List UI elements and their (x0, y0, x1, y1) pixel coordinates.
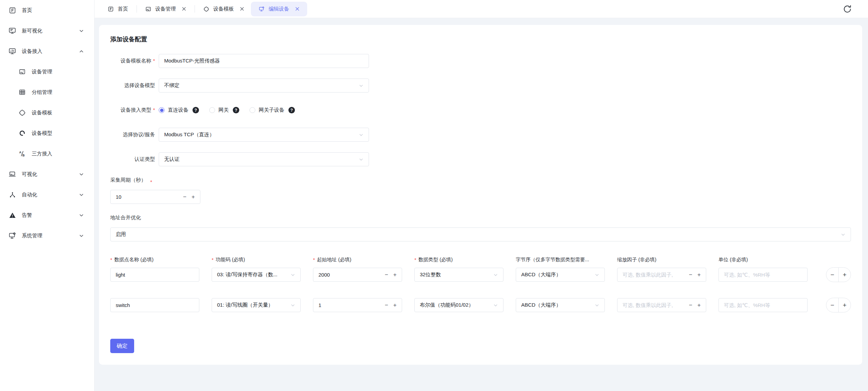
number-stepper: −+ (181, 194, 195, 200)
select-value: 32位整数 (420, 271, 441, 278)
radio-gateway-sub-device[interactable]: 网关子设备 ? (250, 107, 295, 113)
add-row-button[interactable]: + (838, 298, 851, 312)
header-data-type: *数据类型 (必填) (414, 256, 503, 263)
close-icon[interactable] (295, 7, 299, 11)
remove-row-button[interactable]: − (826, 267, 839, 282)
sidebar: 首页 新可视化 设备接入 设备管理 分组管理 (0, 0, 95, 391)
main-area: 首页 设备管理 设备模板 (95, 0, 868, 391)
plus-icon[interactable]: + (393, 272, 397, 278)
scale-factor-input[interactable]: −+ (617, 268, 706, 282)
template-name-input[interactable] (159, 54, 369, 68)
required-asterisk: * (110, 257, 112, 263)
add-row-button[interactable]: + (838, 267, 851, 282)
address-merge-select[interactable]: 启用 (110, 227, 851, 241)
monitor-gear-icon (9, 232, 16, 239)
monitor-lines-icon (9, 27, 16, 34)
scale-factor-value[interactable] (623, 272, 687, 278)
branch-nodes-icon (9, 191, 16, 198)
minus-icon[interactable]: − (385, 272, 388, 278)
chevron-down-icon (288, 303, 295, 308)
laptop-icon (9, 170, 16, 178)
data-type-select[interactable]: 布尔值（功能码01/02） (414, 298, 503, 312)
radio-label: 直连设备 (168, 107, 188, 113)
radio-gateway[interactable]: 网关 ? (209, 107, 239, 113)
remove-row-button[interactable]: − (826, 298, 839, 312)
minus-icon[interactable]: − (689, 272, 692, 278)
close-icon[interactable] (240, 7, 244, 11)
sidebar-item-home[interactable]: 首页 (0, 0, 94, 20)
start-address-value[interactable] (318, 302, 383, 308)
home-f-icon (108, 6, 114, 12)
collect-period-value[interactable] (116, 194, 181, 200)
function-code-select[interactable]: 01: 读/写线圈（开关量） (212, 298, 301, 312)
template-name-value[interactable] (164, 58, 364, 64)
help-icon[interactable]: ? (288, 107, 295, 113)
sidebar-item-device-manage[interactable]: 设备管理 (0, 61, 94, 82)
plus-icon[interactable]: + (697, 302, 701, 308)
form-row-device-model: 选择设备模型 不绑定 (110, 79, 851, 93)
chevron-down-icon (356, 157, 364, 162)
form-row-protocol: 选择协议/服务 Modbus TCP（直连） (110, 128, 851, 142)
start-address-input[interactable]: −+ (313, 268, 402, 282)
home-f-icon (9, 6, 16, 14)
form-row-auth-type: 认证类型 无认证 (110, 152, 851, 166)
header-datapoint-name: *数据点名称 (必填) (110, 256, 199, 263)
tab-home[interactable]: 首页 (108, 6, 128, 12)
tab-device-template[interactable]: 设备模板 (203, 6, 244, 12)
data-type-select[interactable]: 32位整数 (414, 268, 503, 282)
minus-icon[interactable]: − (183, 194, 186, 200)
protocol-select[interactable]: Modbus TCP（直连） (159, 128, 369, 142)
sidebar-item-label: 设备模型 (32, 130, 52, 137)
datapoint-name-input[interactable] (110, 268, 199, 282)
start-address-value[interactable] (318, 272, 383, 278)
unit-value[interactable] (724, 272, 802, 278)
auth-type-select[interactable]: 无认证 (159, 152, 369, 166)
refresh-icon[interactable] (842, 4, 852, 14)
sidebar-item-device-access[interactable]: 设备接入 (0, 41, 94, 61)
plus-icon[interactable]: + (697, 272, 701, 278)
sidebar-item-third-party[interactable]: AB 三方接入 (0, 143, 94, 164)
scale-factor-value[interactable] (623, 302, 687, 308)
select-value: ABCD（大端序） (521, 271, 561, 278)
sidebar-item-label: 系统管理 (22, 233, 42, 239)
byte-order-select[interactable]: ABCD（大端序） (516, 268, 605, 282)
tab-label: 编辑设备 (269, 6, 289, 12)
sidebar-item-device-template[interactable]: 设备模板 (0, 102, 94, 123)
unit-input[interactable] (718, 268, 808, 282)
sidebar-item-visualization[interactable]: 可视化 (0, 164, 94, 184)
sidebar-item-automation[interactable]: 自动化 (0, 184, 94, 205)
minus-icon[interactable]: − (385, 302, 388, 308)
scale-factor-input[interactable]: −+ (617, 298, 706, 312)
sidebar-item-system-manage[interactable]: 系统管理 (0, 225, 94, 246)
datapoint-name-input[interactable] (110, 298, 199, 312)
function-code-select[interactable]: 03: 读/写保持寄存器（数... (212, 268, 301, 282)
datapoint-row: 03: 读/写保持寄存器（数... −+ 32位整数 ABCD（大端序） (110, 267, 851, 282)
datapoint-name-value[interactable] (116, 302, 194, 308)
unit-value[interactable] (724, 302, 802, 308)
device-model-select[interactable]: 不绑定 (159, 79, 369, 93)
protocol-label: 选择协议/服务 (110, 131, 155, 138)
help-icon[interactable]: ? (193, 107, 199, 113)
sidebar-item-device-model[interactable]: 设备模型 (0, 123, 94, 143)
unit-input[interactable] (718, 298, 808, 312)
byte-order-select[interactable]: ABCD（大端序） (516, 298, 605, 312)
datapoint-name-value[interactable] (116, 272, 194, 278)
radio-direct-device[interactable]: 直连设备 ? (159, 107, 199, 113)
header-byte-order: 字节序（仅多字节数据类型需要... (516, 256, 605, 263)
minus-icon[interactable]: − (689, 302, 692, 308)
sidebar-item-label: 设备模板 (32, 110, 52, 116)
tab-edit-device[interactable]: 编辑设备 (251, 2, 307, 16)
sidebar-item-alarm[interactable]: 告警 (0, 205, 94, 225)
help-icon[interactable]: ? (233, 107, 239, 113)
close-icon[interactable] (182, 7, 186, 11)
sidebar-item-new-visualization[interactable]: 新可视化 (0, 20, 94, 41)
start-address-input[interactable]: −+ (313, 298, 402, 312)
plus-icon[interactable]: + (393, 302, 397, 308)
chevron-down-icon (356, 132, 364, 137)
sidebar-item-group-manage[interactable]: 分组管理 (0, 82, 94, 102)
confirm-button[interactable]: 确定 (110, 339, 134, 353)
plus-icon[interactable]: + (191, 194, 195, 200)
tab-device-manage[interactable]: 设备管理 (145, 6, 186, 12)
sidebar-item-label: 设备接入 (22, 48, 42, 55)
collect-period-input[interactable]: −+ (110, 190, 200, 204)
